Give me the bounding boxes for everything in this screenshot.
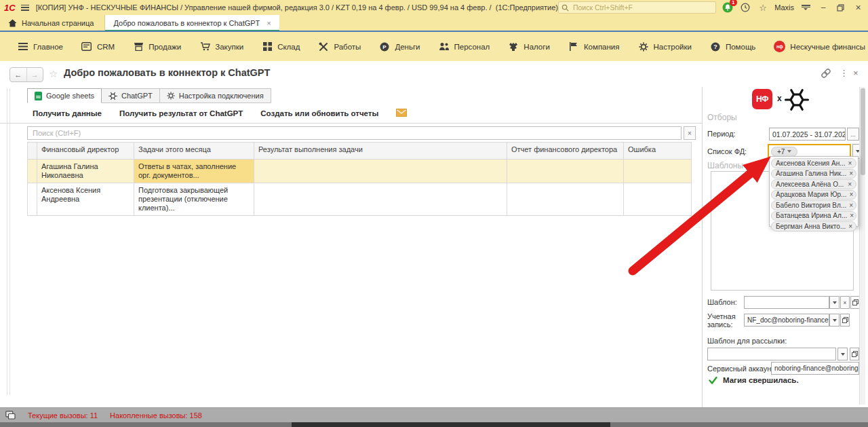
template-open-button[interactable] xyxy=(850,296,860,309)
fd-list-item[interactable]: Батанцева Ирина Ал...× xyxy=(771,211,856,221)
cell-tasks-current[interactable]: Ответы в чатах, заполнение орг. документ… xyxy=(134,160,254,183)
svg-text:?: ? xyxy=(713,43,717,50)
cell-error[interactable] xyxy=(624,183,692,215)
more-actions-icon[interactable]: ⋮ xyxy=(840,68,848,78)
account-open-button[interactable] xyxy=(840,314,850,327)
remove-icon[interactable]: × xyxy=(848,160,852,167)
menu-item-purchases[interactable]: Закупки xyxy=(199,41,243,52)
col-result[interactable]: Результат выполнения задачи xyxy=(254,143,507,159)
create-reports-button[interactable]: Создать или обновить отчеты xyxy=(260,109,378,117)
menu-item-settings[interactable]: Настройки xyxy=(638,41,692,52)
get-link-button[interactable] xyxy=(821,68,831,81)
cell-director[interactable]: Агашина Галина Николаевна xyxy=(37,160,134,183)
close-form-icon[interactable]: × xyxy=(853,68,859,78)
sections-icon xyxy=(18,41,28,52)
mail-button[interactable] xyxy=(396,107,407,119)
fd-list-item[interactable]: Алексеева Алёна О...× xyxy=(771,179,856,189)
close-tab-icon[interactable]: × xyxy=(267,19,271,27)
remove-icon[interactable]: × xyxy=(848,181,852,188)
fd-count-chip[interactable]: +7 xyxy=(771,147,797,157)
service-menu-icon[interactable] xyxy=(800,1,812,14)
template-dropdown-button[interactable] xyxy=(829,296,840,309)
subtab-google-sheets[interactable]: Google sheets xyxy=(27,88,102,103)
get-data-button[interactable]: Получить данные xyxy=(33,109,102,117)
cell-report[interactable] xyxy=(507,183,624,215)
history-button[interactable] xyxy=(740,1,751,14)
cell-result[interactable] xyxy=(254,160,507,183)
minimize-button[interactable]: – xyxy=(818,1,829,14)
table-search-input[interactable] xyxy=(31,128,677,138)
account-dropdown-button[interactable] xyxy=(829,314,840,327)
global-search-box[interactable] xyxy=(558,1,716,14)
table-row[interactable]: Аксенова Ксения Андреевна Подготовка зак… xyxy=(27,183,692,216)
scrollbar-thumb[interactable] xyxy=(861,88,865,175)
fd-list-item[interactable]: Арацкова Мария Юр...× xyxy=(771,190,856,200)
remove-icon[interactable]: × xyxy=(848,223,852,230)
service-account-field[interactable]: noboring-finance@noboring-fi xyxy=(771,362,859,375)
template-field[interactable] xyxy=(744,296,829,309)
table-search-box[interactable] xyxy=(27,126,682,140)
app-label: (1С:Предприятие) xyxy=(496,3,558,12)
cell-tasks[interactable]: Подготовка закрывающей презентации (откл… xyxy=(134,183,254,215)
table-row[interactable]: Агашина Галина Николаевна Ответы в чатах… xyxy=(27,160,692,183)
user-menu[interactable]: Maxis xyxy=(774,1,794,14)
menu-item-taxes[interactable]: Налоги xyxy=(508,41,550,52)
crm-icon xyxy=(81,41,92,52)
tab-chatgpt-connector[interactable]: Добро пожаловать в коннектор к ChatGPT × xyxy=(105,15,279,31)
menu-item-main[interactable]: Главное xyxy=(18,41,63,52)
forward-button[interactable]: → xyxy=(26,68,43,81)
favorite-star-icon[interactable]: ☆ xyxy=(49,68,58,80)
remove-icon[interactable]: × xyxy=(849,202,853,209)
fd-list-item[interactable]: Бабело Виктория Вл...× xyxy=(771,200,856,210)
chatgpt-icon xyxy=(108,92,117,100)
open-tabs-bar: Начальная страница Добро пожаловать в ко… xyxy=(0,15,868,31)
menu-item-works[interactable]: Работы xyxy=(318,41,361,52)
cell-director[interactable]: Аксенова Ксения Андреевна xyxy=(37,183,134,215)
main-menu-icon[interactable] xyxy=(21,5,29,11)
subtab-connection-settings[interactable]: Настройка подключения xyxy=(160,88,271,103)
menu-item-crm[interactable]: CRM xyxy=(81,41,115,52)
menu-item-money[interactable]: Р Деньги xyxy=(379,41,420,52)
period-picker-button[interactable]: ... xyxy=(847,128,859,141)
favorites-button[interactable]: ☆ xyxy=(757,1,769,14)
cell-error[interactable] xyxy=(624,160,692,183)
svg-text:Р: Р xyxy=(383,44,387,50)
remove-icon[interactable]: × xyxy=(849,170,853,177)
menu-item-noboring-finance[interactable]: нф Нескучные финансы xyxy=(774,41,865,52)
account-field[interactable]: NF_doc@noboring-finance.ru xyxy=(744,314,829,327)
col-tasks[interactable]: Задачи этого месяца xyxy=(134,143,254,159)
col-error[interactable]: Ошибка xyxy=(624,143,692,159)
mailing-open-button[interactable] xyxy=(850,348,859,360)
col-director[interactable]: Финансовый директор xyxy=(37,143,134,159)
subtab-chatgpt[interactable]: ChatGPT xyxy=(102,88,160,103)
menu-item-help[interactable]: ? Помощь xyxy=(710,41,755,52)
panel-scrollbar[interactable] xyxy=(859,87,865,405)
get-chatgpt-result-button[interactable]: Получить результат от ChatGPT xyxy=(119,109,243,117)
fd-list-item[interactable]: Агашина Галина Ник...× xyxy=(771,169,856,179)
mailing-template-field[interactable] xyxy=(707,348,836,360)
menu-item-warehouse[interactable]: Склад xyxy=(262,41,300,52)
remove-icon[interactable]: × xyxy=(849,191,853,198)
template-clear-button[interactable]: × xyxy=(840,296,850,309)
calls-indicator-icon[interactable] xyxy=(5,411,16,420)
sections-menubar: Главное CRM Продажи Закупки Склад Работы xyxy=(0,32,868,61)
search-icon xyxy=(561,4,569,12)
fd-list-item[interactable]: Бергман Анна Викто...× xyxy=(771,221,856,231)
remove-icon[interactable]: × xyxy=(850,212,854,219)
restore-button[interactable] xyxy=(835,1,847,14)
menu-item-staff[interactable]: Персонал xyxy=(439,41,490,52)
close-window-button[interactable]: × xyxy=(852,1,864,14)
col-report[interactable]: Отчет финансового директора xyxy=(507,143,624,159)
back-button[interactable]: ← xyxy=(10,68,26,81)
period-field[interactable]: 01.07.2025 - 31.07.2025 xyxy=(769,128,846,141)
notifications-button[interactable]: 1 xyxy=(722,1,734,14)
cell-result[interactable] xyxy=(254,183,507,215)
menu-item-company[interactable]: Компания xyxy=(568,41,620,52)
fd-list-item[interactable]: Аксенова Ксения Ан...× xyxy=(771,158,856,168)
mailing-dropdown-button[interactable] xyxy=(837,348,848,360)
clear-search-button[interactable]: × xyxy=(684,126,696,140)
tab-home[interactable]: Начальная страница xyxy=(0,15,105,31)
cell-report[interactable] xyxy=(507,160,624,183)
global-search-input[interactable] xyxy=(572,3,713,12)
menu-item-sales[interactable]: Продажи xyxy=(133,41,181,52)
